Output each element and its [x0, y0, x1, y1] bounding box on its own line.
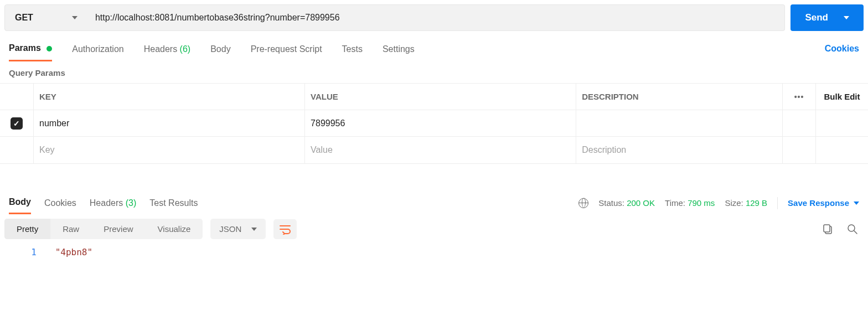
request-tabs-left: Params Authorization Headers (6) Body Pr… [9, 35, 415, 61]
resp-tab-body[interactable]: Body [9, 192, 31, 214]
tab-tests[interactable]: Tests [342, 37, 363, 61]
response-meta: Status: 200 OK Time: 790 ms Size: 129 B … [578, 197, 859, 209]
svg-rect-1 [824, 225, 830, 232]
divider [777, 197, 778, 209]
tab-params[interactable]: Params [9, 35, 52, 61]
param-value-input[interactable] [304, 137, 576, 163]
param-key-input[interactable] [33, 137, 304, 163]
wrap-icon [279, 224, 291, 235]
query-params-table: KEY VALUE DESCRIPTION ••• Bulk Edit ✓ nu… [0, 83, 868, 164]
key-input[interactable] [39, 145, 299, 155]
status-meta: Status: 200 OK [598, 198, 655, 208]
tab-body[interactable]: Body [210, 37, 230, 61]
method-select[interactable]: GET [4, 4, 86, 31]
view-tab-pretty[interactable]: Pretty [4, 219, 50, 239]
send-button-label: Send [805, 12, 828, 23]
view-tab-preview[interactable]: Preview [91, 219, 145, 239]
svg-point-2 [848, 225, 855, 231]
wrap-lines-button[interactable] [273, 219, 297, 239]
format-select[interactable]: JSON [210, 219, 266, 239]
query-params-label: Query Params [0, 61, 868, 83]
param-enabled-checkbox[interactable]: ✓ [0, 117, 33, 130]
param-value-cell[interactable]: 7899956 [304, 110, 576, 136]
tab-authorization[interactable]: Authorization [72, 37, 123, 61]
col-desc-header: DESCRIPTION [576, 84, 782, 110]
view-tab-visualize[interactable]: Visualize [146, 219, 203, 239]
size-meta: Size: 129 B [725, 198, 767, 208]
send-button[interactable]: Send [790, 4, 864, 31]
params-header-row: KEY VALUE DESCRIPTION ••• Bulk Edit [0, 84, 868, 110]
desc-input[interactable] [582, 145, 777, 155]
copy-icon[interactable] [823, 224, 834, 235]
globe-icon[interactable] [578, 198, 588, 208]
cookies-link[interactable]: Cookies [825, 44, 859, 54]
chevron-down-icon [844, 16, 849, 19]
view-tabs: Pretty Raw Preview Visualize [4, 219, 203, 239]
col-value-header: VALUE [304, 84, 576, 110]
method-label: GET [15, 13, 33, 23]
params-row: ✓ number 7899956 [0, 110, 868, 137]
param-desc-input[interactable] [576, 137, 782, 163]
response-toolbar: Pretty Raw Preview Visualize JSON [0, 214, 868, 244]
request-bar: GET Send [0, 0, 868, 35]
response-body[interactable]: 1 "4pbn8" [0, 244, 868, 263]
chevron-down-icon [854, 202, 859, 205]
save-response-button[interactable]: Save Response [788, 198, 859, 208]
svg-line-3 [854, 231, 857, 234]
view-tab-raw[interactable]: Raw [50, 219, 91, 239]
chevron-down-icon [251, 228, 257, 231]
tab-headers[interactable]: Headers (6) [144, 37, 191, 61]
resp-tab-test-results[interactable]: Test Results [149, 193, 198, 214]
tab-prerequest[interactable]: Pre-request Script [251, 37, 322, 61]
chevron-down-icon [72, 16, 78, 19]
col-actions-header[interactable]: ••• [782, 84, 815, 110]
resp-tab-cookies[interactable]: Cookies [44, 193, 76, 214]
params-row-new [0, 137, 868, 163]
response-toolbar-right [823, 224, 864, 235]
response-tabs: Body Cookies Headers (3) Test Results [9, 192, 198, 214]
resp-tab-headers[interactable]: Headers (3) [90, 193, 137, 214]
value-input[interactable] [311, 145, 570, 155]
checkbox-checked-icon: ✓ [11, 117, 23, 130]
search-icon[interactable] [847, 224, 858, 235]
line-number: 1 [21, 247, 37, 257]
response-toolbar-left: Pretty Raw Preview Visualize JSON [4, 219, 297, 239]
code-line: 1 "4pbn8" [21, 247, 859, 257]
bulk-edit-button[interactable]: Bulk Edit [815, 84, 868, 110]
tab-settings[interactable]: Settings [383, 37, 415, 61]
col-key-header: KEY [33, 84, 304, 110]
request-tabs: Params Authorization Headers (6) Body Pr… [0, 35, 868, 61]
param-desc-cell[interactable] [576, 110, 782, 136]
url-input[interactable] [85, 4, 786, 31]
response-bar: Body Cookies Headers (3) Test Results St… [0, 192, 868, 214]
time-meta: Time: 790 ms [665, 198, 715, 208]
more-icon: ••• [794, 92, 804, 101]
params-changed-dot [46, 46, 52, 51]
param-key-cell[interactable]: number [33, 110, 304, 136]
line-content: "4pbn8" [55, 247, 92, 257]
